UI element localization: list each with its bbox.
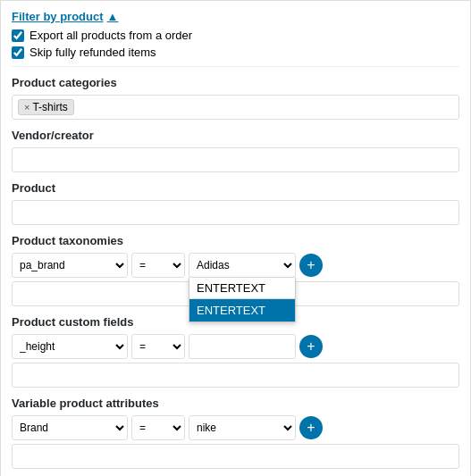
product-header: Product bbox=[12, 181, 459, 195]
skip-refunded-checkbox[interactable] bbox=[12, 46, 24, 59]
variable-attrs-header: Variable product attributes bbox=[12, 397, 459, 410]
custom-field-select[interactable]: _height bbox=[12, 334, 128, 359]
vendor-creator-input[interactable] bbox=[12, 147, 459, 172]
tag-tshirts-label: T-shirts bbox=[32, 101, 67, 113]
remove-tag-icon[interactable]: × bbox=[24, 102, 29, 113]
taxonomy-value-select[interactable]: Adidas bbox=[189, 253, 296, 278]
divider-1 bbox=[12, 66, 459, 67]
taxonomy-select[interactable]: pa_brand bbox=[12, 253, 128, 278]
tag-tshirts: × T-shirts bbox=[18, 99, 74, 115]
attr-extra-input[interactable] bbox=[12, 444, 459, 469]
product-categories-header: Product categories bbox=[12, 76, 459, 89]
checkbox-skip-refunded: Skip fully refunded items bbox=[12, 46, 459, 59]
filter-arrow: ▲ bbox=[107, 10, 119, 23]
custom-field-eq-select[interactable]: = bbox=[131, 334, 185, 359]
taxonomy-dropdown-search[interactable] bbox=[189, 278, 295, 299]
attr-select[interactable]: Brand bbox=[12, 415, 128, 440]
add-taxonomy-button[interactable]: + bbox=[299, 254, 323, 277]
custom-field-value-input[interactable] bbox=[189, 334, 296, 359]
add-attr-button[interactable]: + bbox=[299, 416, 323, 439]
attr-eq-select[interactable]: = bbox=[131, 415, 185, 440]
filter-panel: Filter by product ▲ Export all products … bbox=[0, 0, 471, 476]
custom-field-extra-input[interactable] bbox=[12, 363, 459, 388]
export-all-label: Export all products from a order bbox=[29, 29, 192, 42]
product-taxonomies-row: pa_brand = Adidas ENTERTEXT + bbox=[12, 253, 459, 278]
filter-title[interactable]: Filter by product ▲ bbox=[12, 10, 118, 23]
taxonomy-dropdown-menu: ENTERTEXT bbox=[189, 278, 296, 322]
filter-title-text: Filter by product bbox=[12, 10, 104, 23]
export-all-checkbox[interactable] bbox=[12, 29, 24, 42]
product-custom-fields-row: _height = + bbox=[12, 334, 459, 359]
taxonomy-eq-select[interactable]: = bbox=[131, 253, 185, 278]
checkbox-export-all: Export all products from a order bbox=[12, 29, 459, 42]
product-taxonomies-header: Product taxonomies bbox=[12, 234, 459, 247]
variable-attrs-row: Brand = nike + bbox=[12, 415, 459, 440]
taxonomy-value-dropdown: Adidas ENTERTEXT bbox=[189, 253, 296, 278]
taxonomy-dropdown-item-highlighted[interactable]: ENTERTEXT bbox=[189, 299, 295, 322]
product-input[interactable] bbox=[12, 200, 459, 225]
add-custom-field-button[interactable]: + bbox=[299, 335, 323, 358]
skip-refunded-label: Skip fully refunded items bbox=[29, 46, 156, 59]
attr-value-select[interactable]: nike bbox=[189, 415, 296, 440]
vendor-creator-header: Vendor/creator bbox=[12, 129, 459, 142]
product-categories-input[interactable]: × T-shirts bbox=[12, 95, 459, 120]
